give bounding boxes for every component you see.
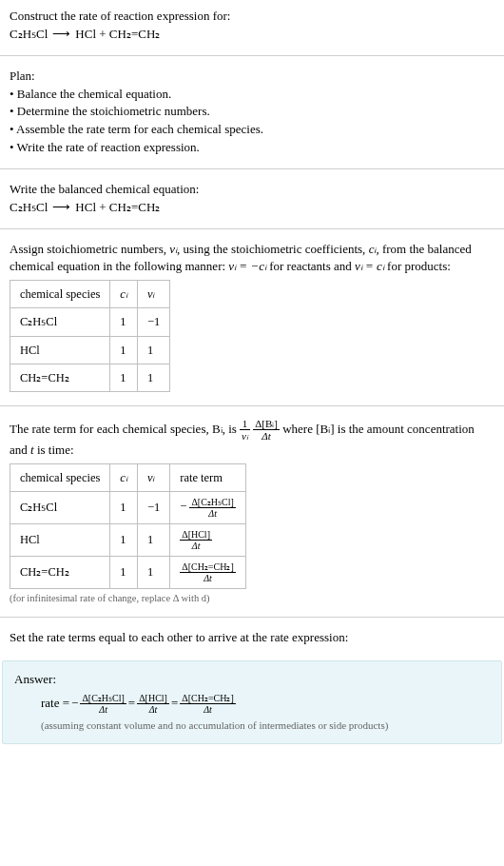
answer-equation: rate = − Δ[C₂H₅Cl] Δt = Δ[HCl] Δt = Δ[CH… <box>14 693 490 715</box>
divider <box>0 617 504 618</box>
eq-lhs: C₂H₅Cl <box>10 26 48 44</box>
cell-ci: 1 <box>110 364 138 391</box>
text: is time: <box>34 443 74 457</box>
plan-item: Determine the stoichiometric numbers. <box>10 103 494 121</box>
cell-nui: −1 <box>137 308 169 336</box>
cell-rate: Δ[CH₂=CH₂] Δt <box>170 556 246 588</box>
table-footnote: (for infinitesimal rate of change, repla… <box>10 591 494 605</box>
cell-rate: Δ[HCl] Δt <box>170 523 246 556</box>
col-nui: νᵢ <box>137 281 169 308</box>
cell-species: CH₂=CH₂ <box>10 556 110 588</box>
rate-frac: Δ[C₂H₅Cl] Δt <box>80 693 126 715</box>
rate-table: chemical species cᵢ νᵢ rate term C₂H₅Cl … <box>10 463 246 589</box>
plan-item: Write the rate of reaction expression. <box>10 139 494 157</box>
text: The rate term for each chemical species, <box>10 421 212 435</box>
plan-title: Plan: <box>10 68 494 86</box>
cell-rate: − Δ[C₂H₅Cl] Δt <box>170 491 246 523</box>
text: for products: <box>384 259 451 273</box>
text: where <box>282 421 316 435</box>
col-ci: cᵢ <box>110 463 138 491</box>
table-row: CH₂=CH₂ 1 1 Δ[CH₂=CH₂] Δt <box>10 556 246 588</box>
rateterm-text: The rate term for each chemical species,… <box>10 418 494 460</box>
plan-list: Balance the chemical equation. Determine… <box>10 86 494 157</box>
plan-section: Plan: Balance the chemical equation. Det… <box>0 60 504 165</box>
table-header-row: chemical species cᵢ νᵢ rate term <box>10 463 246 491</box>
balanced-equation: C₂H₅Cl ⟶ HCl + CH₂=CH₂ <box>10 199 494 217</box>
cell-ci: 1 <box>110 523 138 556</box>
col-ci: cᵢ <box>110 281 138 308</box>
table-header-row: chemical species cᵢ νᵢ <box>10 281 170 308</box>
rate-frac: Δ[HCl] Δt <box>180 529 212 551</box>
header-equation: C₂H₅Cl ⟶ HCl + CH₂=CH₂ <box>10 26 494 44</box>
rate-frac: Δ[CH₂=CH₂] Δt <box>180 693 236 715</box>
eq: = <box>128 695 135 713</box>
relation: νᵢ = −cᵢ <box>228 259 266 273</box>
answer-box: Answer: rate = − Δ[C₂H₅Cl] Δt = Δ[HCl] Δ… <box>2 660 502 744</box>
frac-dBi-dt: Δ[Bᵢ] Δt <box>253 418 280 442</box>
Bi: Bᵢ <box>212 421 223 435</box>
cell-ci: 1 <box>110 308 138 336</box>
nu-i: νᵢ <box>169 242 177 256</box>
eq: = <box>171 695 178 713</box>
cell-nui: 1 <box>137 364 169 391</box>
cell-nui: 1 <box>137 556 169 588</box>
col-species: chemical species <box>10 463 110 491</box>
col-species: chemical species <box>10 281 110 308</box>
cell-nui: 1 <box>137 523 169 556</box>
cell-species: HCl <box>10 523 110 556</box>
cell-species: HCl <box>10 336 110 364</box>
plan-item: Assemble the rate term for each chemical… <box>10 121 494 139</box>
cell-species: C₂H₅Cl <box>10 491 110 523</box>
plan-item: Balance the chemical equation. <box>10 86 494 104</box>
header-section: Construct the rate of reaction expressio… <box>0 0 504 51</box>
cell-species: CH₂=CH₂ <box>10 364 110 391</box>
table-row: CH₂=CH₂ 1 1 <box>10 364 170 391</box>
prompt-text: Construct the rate of reaction expressio… <box>10 8 494 26</box>
table-row: HCl 1 1 Δ[HCl] Δt <box>10 523 246 556</box>
text: , using the stoichiometric coefficients, <box>177 242 369 256</box>
relation: νᵢ = cᵢ <box>355 259 384 273</box>
cell-ci: 1 <box>110 491 138 523</box>
neg: − <box>180 500 186 513</box>
rate-frac: Δ[CH₂=CH₂] Δt <box>180 561 236 583</box>
conc: [Bᵢ] <box>316 421 334 435</box>
table-row: C₂H₅Cl 1 −1 − Δ[C₂H₅Cl] Δt <box>10 491 246 523</box>
cell-species: C₂H₅Cl <box>10 308 110 336</box>
table-row: HCl 1 1 <box>10 336 170 364</box>
eq-rhs: HCl + CH₂=CH₂ <box>75 199 160 217</box>
eq-arrow: ⟶ <box>52 199 70 217</box>
cell-ci: 1 <box>110 336 138 364</box>
text: for reactants and <box>266 259 355 273</box>
divider <box>0 55 504 56</box>
col-nui: νᵢ <box>137 463 169 491</box>
balanced-section: Write the balanced chemical equation: C₂… <box>0 173 504 225</box>
text: , is <box>223 421 240 435</box>
neg: − <box>71 695 78 713</box>
cell-nui: 1 <box>137 336 169 364</box>
balanced-title: Write the balanced chemical equation: <box>10 181 494 199</box>
text: Assign stoichiometric numbers, <box>10 242 169 256</box>
rate-frac: Δ[C₂H₅Cl] Δt <box>189 497 235 519</box>
rate-frac: Δ[HCl] Δt <box>137 693 169 715</box>
rate-label: rate = <box>41 695 69 713</box>
eq-rhs: HCl + CH₂=CH₂ <box>75 26 160 44</box>
rateterm-section: The rate term for each chemical species,… <box>0 410 504 613</box>
cell-ci: 1 <box>110 556 138 588</box>
answer-assume: (assuming constant volume and no accumul… <box>14 718 490 734</box>
divider <box>0 168 504 169</box>
frac-1-over-nu: 1 νᵢ <box>240 418 250 442</box>
cell-nui: −1 <box>137 491 169 523</box>
divider <box>0 405 504 406</box>
divider <box>0 228 504 229</box>
assign-section: Assign stoichiometric numbers, νᵢ, using… <box>0 233 504 402</box>
col-rate: rate term <box>170 463 246 491</box>
eq-lhs: C₂H₅Cl <box>10 199 48 217</box>
eq-arrow: ⟶ <box>52 26 70 44</box>
table-row: C₂H₅Cl 1 −1 <box>10 308 170 336</box>
set-equal-section: Set the rate terms equal to each other t… <box>0 621 504 655</box>
stoich-table: chemical species cᵢ νᵢ C₂H₅Cl 1 −1 HCl 1… <box>10 280 170 392</box>
set-equal-text: Set the rate terms equal to each other t… <box>10 629 494 647</box>
answer-title: Answer: <box>14 671 490 689</box>
